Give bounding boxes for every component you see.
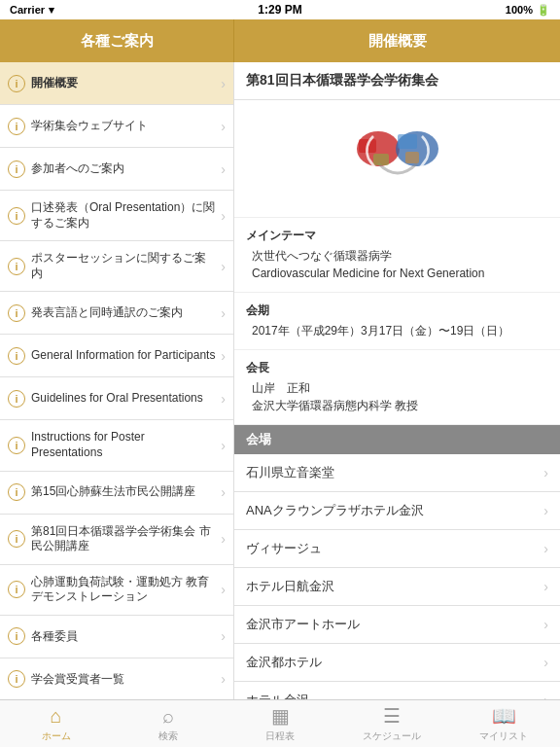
info-icon: i bbox=[8, 437, 25, 454]
logo-area bbox=[234, 100, 560, 218]
chevron-icon: › bbox=[543, 617, 548, 632]
sidebar-item-label: 学術集会ウェブサイト bbox=[31, 119, 217, 134]
info-icon: i bbox=[8, 160, 25, 178]
book-icon: 📖 bbox=[492, 704, 516, 728]
president-block: 会長 山岸 正和 金沢大学循環器病態内科学 教授 bbox=[234, 350, 560, 425]
info-icon: i bbox=[8, 258, 25, 275]
venue-item-3[interactable]: ヴィサージュ › bbox=[234, 530, 560, 568]
venue-name: ホテル日航金沢 bbox=[246, 578, 334, 595]
venue-item-4[interactable]: ホテル日航金沢 › bbox=[234, 568, 560, 606]
svg-rect-4 bbox=[373, 154, 389, 165]
right-panel: 第81回日本循環器学会学術集会 bbox=[234, 62, 560, 699]
venue-name: ホテル金沢 bbox=[246, 692, 309, 699]
info-icon: i bbox=[8, 581, 25, 598]
sidebar-item-guidelines-oral[interactable]: i Guidelines for Oral Presentations › bbox=[0, 377, 233, 420]
status-right: 100% 🔋 bbox=[506, 4, 550, 17]
chevron-icon: › bbox=[221, 208, 226, 224]
svg-rect-5 bbox=[405, 152, 419, 163]
venue-item-6[interactable]: 金沢都ホテル › bbox=[234, 644, 560, 682]
sidebar-item-poster-session[interactable]: i ポスターセッションに関するご案内 › bbox=[0, 241, 233, 292]
tab-my-list[interactable]: 📖 マイリスト bbox=[448, 700, 560, 747]
chevron-icon: › bbox=[543, 655, 548, 670]
venue-section-header: 会場 bbox=[234, 425, 560, 454]
venue-name: ヴィサージュ bbox=[246, 540, 322, 557]
chevron-icon: › bbox=[221, 484, 226, 500]
chevron-icon: › bbox=[543, 693, 548, 699]
venue-name: 金沢市アートホール bbox=[246, 616, 360, 633]
chevron-icon: › bbox=[543, 579, 548, 594]
sidebar-item-oral[interactable]: i 口述発表（Oral Presentation）に関するご案内 › bbox=[0, 191, 233, 241]
venue-item-7[interactable]: ホテル金沢 › bbox=[234, 682, 560, 699]
search-icon: ⌕ bbox=[162, 705, 174, 728]
tab-my-list-label: マイリスト bbox=[479, 729, 528, 743]
sidebar-item-kaikai[interactable]: i 開催概要 › bbox=[0, 62, 233, 105]
main-theme-en: Cardiovascular Medicine for Next Generat… bbox=[246, 265, 548, 282]
status-bar: Carrier ▾ 1:29 PM 100% 🔋 bbox=[0, 0, 560, 19]
chevron-icon: › bbox=[221, 76, 226, 91]
sidebar-item-award[interactable]: i 学会賞受賞者一覧 › bbox=[0, 658, 233, 699]
header-row: 各種ご案内 開催概要 bbox=[0, 19, 560, 62]
venue-item-2[interactable]: ANAクラウンプラザホテル金沢 › bbox=[234, 492, 560, 530]
main-theme-jp: 次世代へつなぐ循環器病学 bbox=[246, 247, 548, 265]
chevron-icon: › bbox=[543, 465, 548, 480]
info-icon: i bbox=[8, 75, 25, 92]
sidebar-item-label: Guidelines for Oral Presentations bbox=[31, 391, 217, 407]
main-theme-label: メインテーマ bbox=[246, 228, 548, 244]
chevron-icon: › bbox=[221, 119, 226, 134]
main-header-title: 開催概要 bbox=[234, 19, 560, 62]
wifi-icon: ▾ bbox=[49, 4, 54, 17]
chevron-icon: › bbox=[221, 305, 226, 321]
my-schedule-icon: ☰ bbox=[383, 704, 401, 728]
info-icon: i bbox=[8, 627, 25, 645]
venue-item-1[interactable]: 石川県立音楽堂 › bbox=[234, 454, 560, 492]
info-icon: i bbox=[8, 670, 25, 688]
sidebar-item-exercise[interactable]: i 心肺運動負荷試験・運動処方 教育デモンストレーション › bbox=[0, 565, 233, 616]
period-label: 会期 bbox=[246, 302, 548, 319]
chevron-icon: › bbox=[221, 671, 226, 687]
sidebar-item-label: 各種委員 bbox=[31, 629, 217, 645]
sidebar-item-label: 学会賞受賞者一覧 bbox=[31, 672, 217, 688]
sidebar-item-label: 開催概要 bbox=[31, 76, 217, 91]
tab-bar: ⌂ ホーム ⌕ 検索 ▦ 日程表 ☰ スケジュール 📖 マイリスト bbox=[0, 699, 560, 747]
tab-search[interactable]: ⌕ 検索 bbox=[112, 700, 224, 747]
main-theme-block: メインテーマ 次世代へつなぐ循環器病学 Cardiovascular Medic… bbox=[234, 218, 560, 293]
info-icon: i bbox=[8, 118, 25, 135]
venue-item-5[interactable]: 金沢市アートホール › bbox=[234, 606, 560, 644]
main-content: i 開催概要 › i 学術集会ウェブサイト › i 参加者へのご案内 › i 口… bbox=[0, 62, 560, 699]
sidebar-item-label: ポスターセッションに関するご案内 bbox=[31, 251, 217, 281]
sidebar-item-language[interactable]: i 発表言語と同時通訳のご案内 › bbox=[0, 292, 233, 335]
chevron-icon: › bbox=[221, 438, 226, 453]
tab-home[interactable]: ⌂ ホーム bbox=[0, 700, 112, 747]
president-label: 会長 bbox=[246, 360, 548, 376]
chevron-icon: › bbox=[221, 161, 226, 177]
chevron-icon: › bbox=[221, 531, 226, 547]
venue-name: 石川県立音楽堂 bbox=[246, 464, 334, 481]
tab-my-schedule[interactable]: ☰ スケジュール bbox=[336, 700, 448, 747]
conference-title: 第81回日本循環器学会学術集会 bbox=[234, 62, 560, 100]
info-icon: i bbox=[8, 530, 25, 548]
svg-rect-3 bbox=[398, 134, 417, 149]
info-icon: i bbox=[8, 390, 25, 408]
sidebar-item-website[interactable]: i 学術集会ウェブサイト › bbox=[0, 105, 233, 148]
sidebar-item-label: Instructions for Poster Presentations bbox=[31, 430, 217, 460]
period-value: 2017年（平成29年）3月17日（金）〜19日（日） bbox=[246, 322, 548, 339]
sidebar-item-15th-cpr[interactable]: i 第15回心肺蘇生法市民公開講座 › bbox=[0, 472, 233, 515]
venue-name: 金沢都ホテル bbox=[246, 654, 322, 671]
tab-my-schedule-label: スケジュール bbox=[363, 729, 421, 743]
calendar-icon: ▦ bbox=[271, 704, 290, 728]
sidebar-item-label: 心肺運動負荷試験・運動処方 教育デモンストレーション bbox=[31, 575, 217, 605]
sidebar-item-general-info[interactable]: i General Information for Participants › bbox=[0, 335, 233, 377]
tab-schedule-label: 日程表 bbox=[265, 729, 295, 743]
tab-schedule[interactable]: ▦ 日程表 bbox=[224, 700, 335, 747]
sidebar-item-label: 発表言語と同時通訳のご案内 bbox=[31, 305, 217, 321]
chevron-icon: › bbox=[543, 503, 548, 518]
sidebar-item-81st-citizen[interactable]: i 第81回日本循環器学会学術集会 市民公開講座 › bbox=[0, 515, 233, 565]
sidebar-item-instructions-poster[interactable]: i Instructions for Poster Presentations … bbox=[0, 420, 233, 471]
venue-name: ANAクラウンプラザホテル金沢 bbox=[246, 502, 424, 519]
sidebar: i 開催概要 › i 学術集会ウェブサイト › i 参加者へのご案内 › i 口… bbox=[0, 62, 234, 699]
sidebar-item-committees[interactable]: i 各種委員 › bbox=[0, 616, 233, 658]
sidebar-item-label: 参加者へのご案内 bbox=[31, 161, 217, 177]
president-name: 山岸 正和 bbox=[246, 379, 548, 397]
sidebar-item-label: 第81回日本循環器学会学術集会 市民公開講座 bbox=[31, 524, 217, 554]
sidebar-item-participants[interactable]: i 参加者へのご案内 › bbox=[0, 148, 233, 191]
